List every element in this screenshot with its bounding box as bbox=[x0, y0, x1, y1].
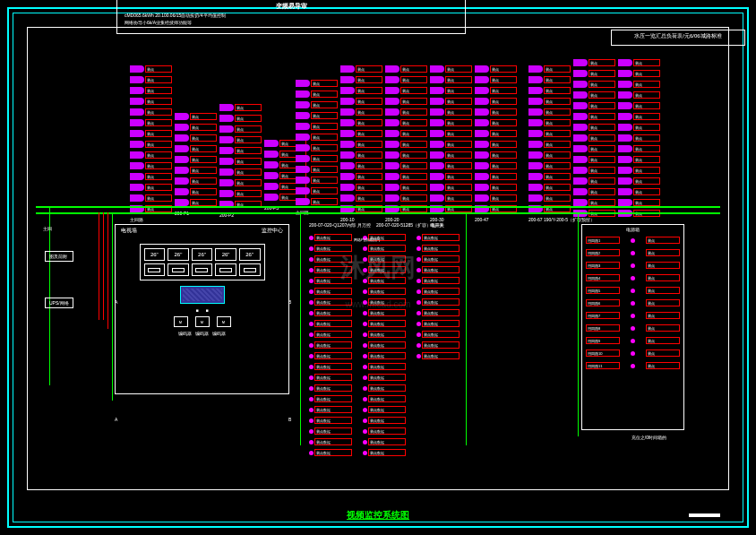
panel-cell: 测点 bbox=[130, 65, 172, 73]
module-icon bbox=[130, 141, 144, 148]
node-dot-icon bbox=[363, 397, 367, 401]
panel-cell: 测点 bbox=[296, 154, 338, 163]
panel-cell: 测点 bbox=[475, 172, 517, 181]
module-icon bbox=[296, 144, 310, 151]
module-label: 测点 bbox=[588, 177, 615, 185]
signal-label: 测点数据 bbox=[368, 395, 406, 402]
module-label: 测点 bbox=[356, 162, 382, 169]
module-icon bbox=[385, 173, 399, 180]
signal-cell: 测点数据 bbox=[363, 362, 406, 371]
signal-label: 测点数据 bbox=[314, 309, 352, 316]
node-dot-icon bbox=[309, 279, 314, 283]
module-label: 测点 bbox=[633, 199, 660, 206]
module-label: 测点 bbox=[311, 134, 338, 141]
server-rack bbox=[180, 286, 225, 304]
panel-column: 测点测点测点测点测点测点测点测点测点测点测点测点测点测点200-20 bbox=[385, 65, 427, 222]
panel-cell: 测点 bbox=[340, 161, 382, 170]
power-row: 用回路1测点 bbox=[586, 236, 680, 245]
right-panel: 电源箱 用回路1测点用回路2测点用回路3测点用回路4测点用回路5测点用回路6测点… bbox=[581, 224, 684, 430]
module-label: 测点 bbox=[145, 108, 172, 116]
module-icon bbox=[385, 184, 399, 191]
module-icon bbox=[573, 113, 588, 120]
module-label: 测点 bbox=[544, 151, 571, 159]
vline-red bbox=[103, 212, 104, 320]
node-dot-icon bbox=[417, 311, 421, 315]
panel-cell: 测点 bbox=[296, 143, 338, 152]
panel-cell: 测点 bbox=[475, 65, 517, 73]
panel-cell: 测点 bbox=[175, 166, 217, 175]
panel-cell: 测点 bbox=[219, 125, 262, 134]
signal-label: 测点数据 bbox=[422, 234, 460, 241]
module-label: 测点 bbox=[544, 162, 571, 169]
module-icon bbox=[340, 98, 355, 105]
signal-label: 测点数据 bbox=[368, 266, 406, 273]
module-label: 测点 bbox=[356, 65, 382, 73]
module-label: 测点 bbox=[490, 130, 517, 137]
module-icon bbox=[573, 156, 588, 163]
panel-column: 测点测点测点测点测点测点测点测点测点测点测点测点测点测点200-10 bbox=[340, 65, 382, 222]
signal-label: 测点数据 bbox=[422, 352, 460, 359]
node-dot-icon bbox=[417, 354, 421, 358]
panel-cell: 测点 bbox=[175, 177, 217, 186]
module-label: 测点 bbox=[490, 76, 517, 83]
module-label: 测点 bbox=[356, 151, 382, 159]
module-label: 测点 bbox=[490, 141, 517, 148]
panel-cell: 测点 bbox=[296, 197, 338, 206]
panel-cell: 测点 bbox=[618, 187, 660, 196]
node-dot-icon bbox=[309, 300, 314, 305]
panel-cell: 测点 bbox=[340, 65, 382, 73]
panel-column: 测点测点测点测点测点测点测点测点测点测点测点测点测点测点200-47 bbox=[475, 65, 517, 222]
module-icon bbox=[219, 125, 234, 133]
signal-label: 测点数据 bbox=[314, 331, 352, 338]
module-label: 测点 bbox=[588, 70, 615, 77]
signal-cell: 测点数据 bbox=[309, 308, 352, 317]
vline-red bbox=[107, 212, 108, 329]
panel-cell: 测点 bbox=[175, 155, 217, 164]
module-icon bbox=[296, 134, 310, 141]
module-label: 测点 bbox=[356, 194, 382, 202]
panel-cell: 测点 bbox=[618, 166, 660, 175]
module-icon bbox=[618, 102, 632, 109]
module-label: 测点 bbox=[400, 173, 427, 180]
panel-cell: 测点 bbox=[219, 146, 262, 155]
power-right: 测点 bbox=[646, 337, 680, 344]
signal-cell: 测点数据 bbox=[417, 265, 460, 274]
module-label: 测点 bbox=[356, 108, 382, 116]
bus-line-2 bbox=[36, 212, 720, 214]
module-icon bbox=[385, 119, 399, 126]
signal-cell: 测点数据 bbox=[309, 373, 352, 382]
module-icon bbox=[475, 76, 489, 83]
module-label: 测点 bbox=[490, 162, 517, 169]
module-icon bbox=[475, 151, 489, 159]
module-icon bbox=[219, 190, 234, 197]
monitor-screen bbox=[144, 263, 166, 276]
panel-cell: 测点 bbox=[340, 86, 382, 95]
module-label: 测点 bbox=[235, 136, 262, 143]
module-label: 测点 bbox=[400, 76, 427, 83]
signal-cell: 测点数据 bbox=[417, 319, 460, 328]
module-icon bbox=[528, 151, 543, 159]
module-icon bbox=[528, 184, 543, 191]
module-label: 测点 bbox=[633, 177, 660, 185]
node-dot-icon bbox=[309, 343, 314, 348]
node-dot-icon bbox=[417, 343, 421, 348]
module-icon bbox=[430, 162, 444, 169]
panel-cell: 测点 bbox=[385, 86, 427, 95]
panel-cell: 测点 bbox=[475, 108, 517, 116]
module-icon bbox=[528, 130, 543, 137]
signal-cell: 测点数据 bbox=[417, 255, 460, 263]
module-label: 测点 bbox=[356, 141, 382, 148]
module-icon bbox=[130, 162, 144, 169]
module-label: 测点 bbox=[445, 173, 472, 180]
signal-cell: 测点数据 bbox=[363, 427, 406, 436]
signal-cell: 测点数据 bbox=[363, 244, 406, 253]
module-label: 测点 bbox=[145, 119, 172, 126]
module-icon bbox=[573, 70, 588, 77]
panel-cell: 测点 bbox=[430, 183, 472, 192]
title-sub1: cMD065.6kWh 20.100.06/15自动投切/4平均值控制 bbox=[125, 13, 458, 18]
panel-cell: 测点 bbox=[296, 111, 338, 120]
module-label: 测点 bbox=[400, 108, 427, 116]
panel-cell: 测点 bbox=[430, 140, 472, 149]
signal-cell: 测点数据 bbox=[363, 448, 406, 457]
monitor-screen: 26" bbox=[239, 248, 261, 261]
